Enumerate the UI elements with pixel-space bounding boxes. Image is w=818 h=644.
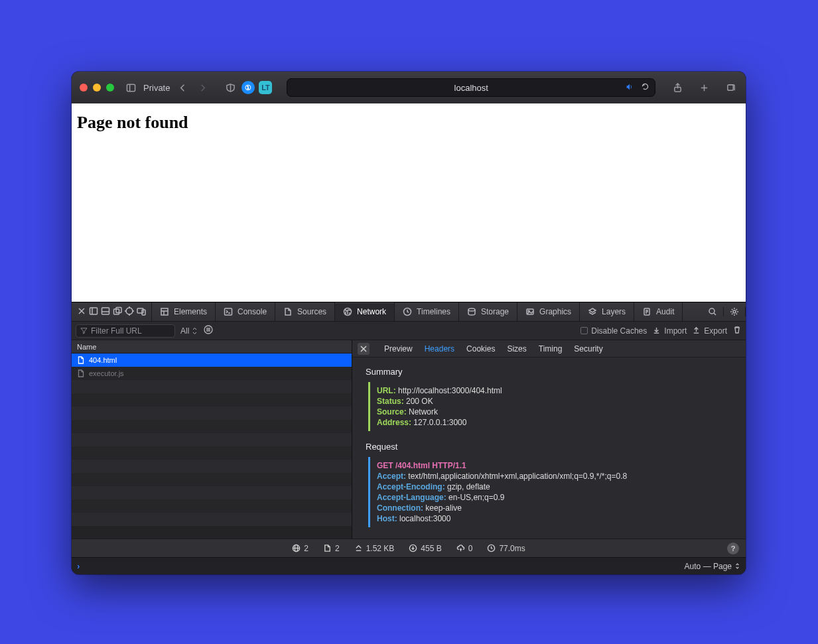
devtools: Elements Console Sources Network Timelin…	[72, 302, 746, 574]
network-row	[72, 486, 352, 499]
forward-button[interactable]	[195, 80, 210, 95]
svg-marker-31	[589, 308, 596, 312]
console-footer: › Auto — Page	[72, 557, 746, 574]
svg-rect-10	[102, 308, 109, 314]
tab-storage[interactable]: Storage	[459, 302, 517, 321]
network-row	[72, 407, 352, 420]
status-uploaded: 0	[456, 544, 473, 553]
network-row	[72, 433, 352, 446]
help-icon[interactable]: ?	[727, 543, 739, 554]
window-controls	[80, 84, 114, 92]
close-window-button[interactable]	[80, 84, 88, 92]
responsive-design-icon[interactable]	[137, 306, 146, 318]
page-heading: Page not found	[77, 113, 740, 133]
filter-scope-select[interactable]: All	[180, 326, 198, 336]
network-statusbar: 2 2 1.52 KB 455 B 0 77.0ms ?	[72, 539, 746, 557]
address-bar[interactable]: localhost	[287, 78, 655, 97]
network-row	[72, 513, 352, 526]
network-toolbar: Filter Full URL All Disable Caches Impor…	[72, 322, 746, 340]
tab-console[interactable]: Console	[216, 302, 275, 321]
network-request-list: Name 404.htmlexecutor.js	[72, 340, 352, 539]
summary-block: URL: http://localhost:3000/404.htmlStatu…	[368, 382, 732, 431]
status-transferred: 1.52 KB	[354, 544, 395, 553]
onepassword-extension-icon[interactable]: ①	[241, 81, 255, 94]
titlebar: Private ① LT localhost	[72, 72, 746, 103]
dock-left-icon[interactable]	[89, 306, 98, 318]
back-button[interactable]	[175, 80, 190, 95]
details-tab-timing[interactable]: Timing	[539, 344, 563, 354]
details-tab-preview[interactable]: Preview	[384, 344, 413, 354]
network-row	[72, 473, 352, 486]
svg-line-37	[714, 313, 716, 315]
zoom-window-button[interactable]	[106, 84, 114, 92]
svg-point-38	[733, 310, 736, 313]
close-details-icon[interactable]	[358, 343, 370, 355]
details-tab-headers[interactable]: Headers	[425, 344, 454, 354]
tab-network[interactable]: Network	[335, 302, 395, 321]
summary-heading: Summary	[366, 367, 732, 377]
request-block: GET /404.html HTTP/1.1Accept: text/html,…	[368, 457, 732, 527]
filter-input[interactable]: Filter Full URL	[76, 324, 175, 338]
network-row	[72, 380, 352, 393]
tab-elements[interactable]: Elements	[152, 302, 216, 321]
sound-icon[interactable]	[625, 82, 634, 94]
devtools-settings-icon[interactable]	[724, 307, 746, 316]
sidebar-toggle-icon[interactable]	[123, 80, 138, 95]
svg-rect-8	[90, 308, 98, 314]
reload-icon[interactable]	[641, 82, 649, 93]
close-devtools-icon[interactable]	[77, 306, 86, 318]
network-details-panel: Preview Headers Cookies Sizes Timing Sec…	[352, 340, 746, 539]
status-resources: 2	[323, 544, 340, 553]
languagetool-extension-icon[interactable]: LT	[259, 81, 272, 94]
network-row[interactable]: 404.html	[72, 354, 352, 367]
grouping-icon[interactable]	[203, 324, 214, 337]
share-icon[interactable]	[670, 80, 685, 95]
devtools-mini-controls	[72, 302, 152, 321]
private-label: Private	[143, 83, 170, 93]
clear-network-icon[interactable]	[732, 325, 742, 336]
network-row	[72, 393, 352, 407]
console-context-select[interactable]: Auto — Page	[685, 562, 740, 571]
network-row	[72, 446, 352, 460]
details-tab-security[interactable]: Security	[574, 344, 602, 354]
devtools-tabbar: Elements Console Sources Network Timelin…	[72, 302, 746, 322]
page-content: Page not found	[72, 103, 746, 302]
details-tab-sizes[interactable]: Sizes	[507, 344, 526, 354]
tabs-overview-icon[interactable]	[723, 80, 738, 95]
network-row	[72, 420, 352, 433]
network-row	[72, 460, 352, 473]
svg-point-14	[126, 308, 133, 314]
details-tab-cookies[interactable]: Cookies	[466, 344, 495, 354]
export-button[interactable]: Export	[692, 326, 727, 336]
dock-popout-icon[interactable]	[113, 306, 122, 318]
network-row	[72, 499, 352, 513]
minimize-window-button[interactable]	[93, 84, 101, 92]
tab-graphics[interactable]: Graphics	[517, 302, 580, 321]
tab-audit[interactable]: Audit	[634, 302, 683, 321]
dock-bottom-icon[interactable]	[101, 306, 110, 318]
tab-timelines[interactable]: Timelines	[395, 302, 459, 321]
disable-caches-checkbox[interactable]: Disable Caches	[580, 326, 647, 336]
tab-sources[interactable]: Sources	[275, 302, 335, 321]
import-button[interactable]: Import	[652, 326, 687, 336]
inspect-element-icon[interactable]	[125, 306, 134, 318]
details-tabbar: Preview Headers Cookies Sizes Timing Sec…	[352, 340, 746, 357]
status-domains: 2	[292, 544, 308, 553]
svg-point-36	[709, 308, 715, 314]
column-header-name[interactable]: Name	[72, 340, 352, 354]
extension-group: ① LT	[223, 80, 272, 95]
address-text: localhost	[454, 83, 488, 93]
svg-point-28	[468, 308, 475, 311]
console-prompt-icon[interactable]: ›	[77, 561, 80, 571]
new-tab-icon[interactable]	[697, 80, 711, 95]
svg-rect-21	[161, 308, 168, 315]
shield-icon[interactable]	[223, 80, 238, 95]
tab-layers[interactable]: Layers	[580, 302, 634, 321]
status-time: 77.0ms	[487, 544, 525, 553]
svg-rect-0	[127, 84, 135, 91]
network-row[interactable]: executor.js	[72, 367, 352, 380]
request-heading: Request	[366, 442, 732, 452]
browser-window: Private ① LT localhost	[72, 72, 746, 574]
devtools-search-icon[interactable]	[702, 307, 724, 316]
status-downloaded: 455 B	[409, 544, 441, 553]
